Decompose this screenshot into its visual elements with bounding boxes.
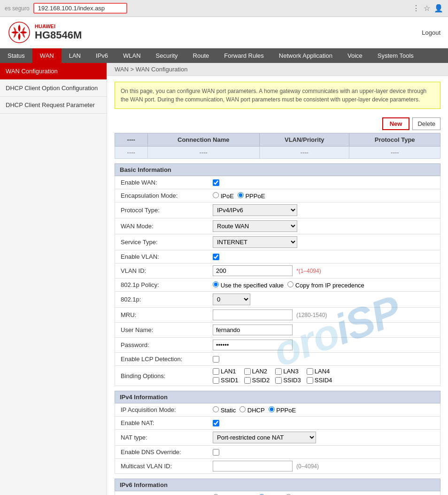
binding-ssid1[interactable]: SSID1 (213, 377, 239, 384)
ipv4-info-section: IPv4 Information IP Acquisition Mode: St… (115, 391, 440, 474)
wan-mode-select[interactable]: Route WAN (213, 220, 297, 232)
ipv4-static-label: Static (221, 407, 236, 414)
enable-wan-row: Enable WAN: (115, 176, 440, 189)
bookmark-icon[interactable]: ☆ (424, 4, 430, 13)
binding-ssid2[interactable]: SSID2 (244, 377, 270, 384)
enable-nat-checkbox[interactable] (213, 420, 219, 426)
vlan-id-label: VLAN ID: (115, 264, 209, 277)
vlan-id-field: *(1–4094) (209, 263, 440, 278)
ipv4-pppoe-radio[interactable] (269, 406, 275, 412)
lcp-checkbox[interactable] (213, 356, 219, 363)
enable-dns-checkbox[interactable] (213, 449, 219, 456)
address-bar[interactable]: 192.168.100.1/index.asp (33, 3, 127, 14)
binding-ssid2-cb[interactable] (244, 377, 251, 384)
ipv4-dhcp-radio[interactable] (239, 406, 246, 412)
ipv4-static-option[interactable]: Static (213, 406, 236, 414)
password-input[interactable] (213, 340, 293, 350)
binding-lan2[interactable]: LAN2 (244, 368, 270, 375)
protocol-type-select[interactable]: IPv4/IPv6 (213, 204, 297, 216)
ipv4-acq-field: Static DHCP PPPoE (209, 404, 440, 416)
pppoe-radio[interactable] (238, 192, 244, 198)
col-protocol-type: Protocol Type (349, 133, 440, 147)
sidebar-item-wan-config[interactable]: WAN Configuration (0, 63, 107, 80)
policy-specified-option[interactable]: Use the specified value (213, 281, 284, 289)
binding-row: Binding Options: LAN1 LAN2 LAN3 LAN4 SSI… (115, 366, 440, 386)
policy-copy-radio[interactable] (287, 281, 294, 287)
nav-item-wan[interactable]: WAN (32, 48, 62, 63)
mru-input[interactable] (213, 309, 293, 320)
enable-wan-checkbox[interactable] (213, 179, 219, 186)
new-button[interactable]: New (382, 117, 410, 130)
enable-dns-row: Enable DNS Override: (115, 446, 440, 459)
enable-vlan-checkbox[interactable] (213, 254, 219, 260)
breadcrumb: WAN > WAN Configuration (107, 63, 448, 76)
username-input[interactable] (213, 325, 293, 335)
binding-ssid1-cb[interactable] (213, 377, 219, 384)
dot1p-row: 802.1p: 0 (115, 292, 440, 308)
binding-field: LAN1 LAN2 LAN3 LAN4 SSID1 SSID2 SSID3 SS… (209, 366, 440, 386)
ipoe-option[interactable]: IPoE (213, 192, 234, 200)
enable-vlan-row: Enable VLAN: (115, 250, 440, 263)
binding-ssid4-cb[interactable] (307, 377, 313, 384)
profile-icon[interactable]: 👤 (434, 4, 443, 13)
ipoe-radio[interactable] (213, 192, 219, 198)
vlan-id-input[interactable] (213, 265, 293, 276)
pppoe-option[interactable]: PPPoE (238, 192, 265, 200)
ipv4-dhcp-option[interactable]: DHCP (239, 406, 264, 414)
nat-type-select[interactable]: Port-restricted cone NAT (213, 432, 316, 443)
nav-item-lan[interactable]: LAN (62, 48, 88, 63)
policy-specified-label: Use the specified value (221, 282, 284, 289)
binding-ssid3[interactable]: SSID3 (275, 377, 301, 384)
binding-lan3-cb[interactable] (275, 368, 282, 375)
binding-ssid3-cb[interactable] (275, 377, 282, 384)
nav-item-status[interactable]: Status (0, 48, 32, 63)
binding-ssid4[interactable]: SSID4 (307, 377, 332, 384)
ipv4-dhcp-label: DHCP (247, 407, 265, 414)
logout-button[interactable]: Logout (422, 29, 440, 36)
enable-vlan-label: Enable VLAN: (115, 250, 209, 263)
service-type-select[interactable]: INTERNET (213, 236, 297, 248)
password-row: Password: (115, 338, 440, 353)
enable-nat-row: Enable NAT: (115, 417, 440, 430)
binding-lan1-cb[interactable] (213, 368, 219, 375)
delete-button[interactable]: Delete (412, 117, 440, 130)
cell-protocol: ---- (349, 147, 440, 159)
service-type-field: INTERNET (209, 234, 440, 250)
binding-lan3[interactable]: LAN3 (275, 368, 301, 375)
nat-type-label: NAT type: (115, 431, 209, 444)
ipoe-label: IPoE (221, 193, 234, 200)
browser-menu-icon[interactable]: ⋮ (412, 4, 420, 13)
col-empty: ---- (115, 133, 148, 147)
encapsulation-label: Encapsulation Mode: (115, 189, 209, 202)
col-connection-name: Connection Name (147, 133, 260, 147)
ipv4-pppoe-option[interactable]: PPPoE (269, 406, 296, 414)
binding-lan4-cb[interactable] (307, 368, 313, 375)
nav-item-network-application[interactable]: Network Application (271, 48, 340, 63)
nav-item-system-tools[interactable]: System Tools (370, 48, 421, 63)
wan-mode-row: WAN Mode: Route WAN (115, 218, 440, 234)
nav-item-ipv6[interactable]: IPv6 (88, 48, 116, 63)
nav-item-security[interactable]: Security (148, 48, 185, 63)
policy-row: 802.1p Policy: Use the specified value C… (115, 278, 440, 292)
policy-copy-option[interactable]: Copy from IP precedence (287, 281, 364, 289)
nav-item-wlan[interactable]: WLAN (116, 48, 148, 63)
username-field (209, 323, 440, 337)
dot1p-field: 0 (209, 292, 440, 307)
nav-item-route[interactable]: Route (185, 48, 217, 63)
content-wrapper: WAN Configuration DHCP Client Option Con… (0, 63, 448, 495)
nav-item-voice[interactable]: Voice (340, 48, 370, 63)
ipv4-static-radio[interactable] (213, 406, 219, 412)
dot1p-select[interactable]: 0 (213, 294, 250, 305)
enable-vlan-field (209, 252, 440, 262)
binding-lan1[interactable]: LAN1 (213, 368, 239, 375)
binding-lan4[interactable]: LAN4 (307, 368, 332, 375)
sidebar-item-dhcp-option[interactable]: DHCP Client Option Configuration (0, 80, 107, 97)
nat-type-field: Port-restricted cone NAT (209, 430, 440, 445)
sidebar-item-dhcp-request[interactable]: DHCP Client Request Parameter (0, 97, 107, 114)
binding-lan2-cb[interactable] (244, 368, 251, 375)
nav-item-forward-rules[interactable]: Forward Rules (216, 48, 271, 63)
vlan-id-hint: *(1–4094) (296, 268, 321, 274)
toolbar: New Delete (107, 115, 448, 133)
policy-specified-radio[interactable] (213, 281, 219, 287)
ipv4-multicast-input[interactable] (213, 461, 293, 472)
